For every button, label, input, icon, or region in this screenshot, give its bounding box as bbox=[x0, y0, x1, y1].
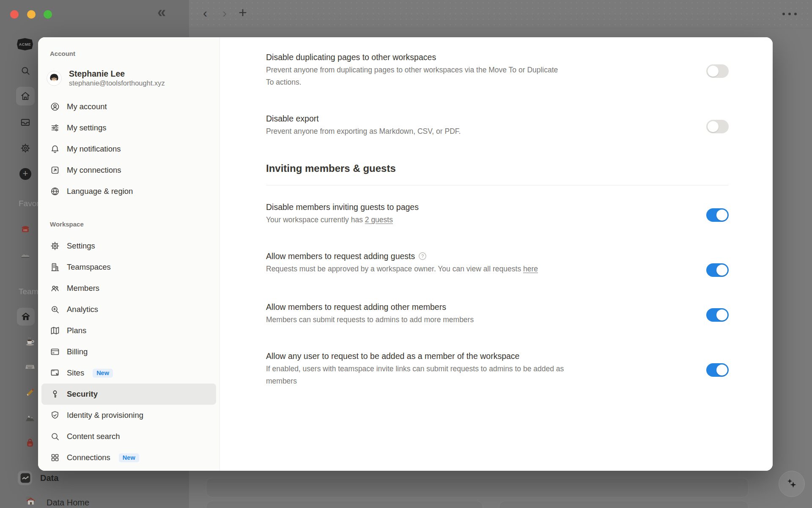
sidebar-item-label: Plans bbox=[67, 326, 86, 335]
sidebar-item-my-account[interactable]: My account bbox=[41, 96, 216, 117]
setting-title: Allow members to request adding guests? bbox=[266, 251, 538, 262]
setting-title: Allow members to request adding other me… bbox=[266, 301, 474, 312]
globe-icon bbox=[50, 186, 60, 196]
coffee-emoji-icon[interactable] bbox=[25, 336, 36, 347]
sidebar-item-sites[interactable]: SitesNew bbox=[41, 362, 216, 384]
account-profile-row[interactable]: Stephanie Lee stephanie@toolsforthought.… bbox=[41, 65, 216, 92]
setting-description: Prevent anyone from duplicating pages to… bbox=[266, 64, 564, 88]
pencil-emoji-icon[interactable] bbox=[25, 387, 36, 398]
sidebar-item-my-connections[interactable]: My connections bbox=[41, 160, 216, 181]
setting-description: Requests must be approved by a workspace… bbox=[266, 263, 538, 275]
setting-description: Prevent anyone from exporting as Markdow… bbox=[266, 125, 461, 138]
data-home-icon[interactable] bbox=[24, 494, 36, 507]
sidebar-item-content-search[interactable]: Content search bbox=[41, 426, 216, 447]
setting-row: Disable exportPrevent anyone from export… bbox=[266, 113, 729, 138]
card-icon bbox=[50, 347, 60, 357]
setting-title: Disable export bbox=[266, 113, 461, 124]
toggle-on[interactable] bbox=[706, 363, 729, 377]
phone-emoji-icon[interactable] bbox=[20, 223, 31, 234]
toggle-on[interactable] bbox=[706, 208, 729, 222]
toggle-off[interactable] bbox=[706, 120, 729, 133]
sidebar-item-teamspaces[interactable]: Teamspaces bbox=[41, 257, 216, 278]
settings-dialog: Account Stephanie Lee stephanie@toolsfor… bbox=[38, 37, 773, 471]
setting-link[interactable]: 2 guests bbox=[365, 215, 393, 224]
grid-icon bbox=[50, 453, 60, 463]
sidebar-item-label: My notifications bbox=[67, 144, 121, 154]
help-icon[interactable]: ? bbox=[418, 252, 427, 260]
backdrop-box bbox=[206, 501, 483, 508]
toggle-knob bbox=[716, 210, 727, 221]
person-icon bbox=[50, 102, 60, 112]
section-divider bbox=[266, 185, 729, 185]
mountain-emoji-icon[interactable] bbox=[25, 412, 36, 423]
sidebar-item-my-notifications[interactable]: My notifications bbox=[41, 138, 216, 160]
new-page-icon[interactable]: + bbox=[19, 168, 31, 180]
sidebar-item-label: Teamspaces bbox=[67, 262, 111, 272]
bell-icon bbox=[50, 144, 60, 154]
traffic-light-close-button[interactable] bbox=[10, 10, 19, 19]
sidebar-item-label: Security bbox=[67, 389, 98, 399]
zoomplus-icon bbox=[50, 304, 60, 315]
toggle-on[interactable] bbox=[706, 308, 729, 322]
sidebar-item-settings[interactable]: Settings bbox=[41, 235, 216, 257]
sparkles-icon bbox=[785, 477, 799, 491]
setting-row: Disable duplicating pages to other works… bbox=[266, 52, 729, 88]
toggle-knob bbox=[716, 364, 727, 375]
sidebar-item-billing[interactable]: Billing bbox=[41, 341, 216, 362]
sidebar-item-connections[interactable]: ConnectionsNew bbox=[41, 447, 216, 468]
sidebar-item-language-region[interactable]: Language & region bbox=[41, 181, 216, 202]
traffic-light-minimize-button[interactable] bbox=[27, 10, 36, 19]
sidebar-collapse-icon[interactable]: « bbox=[157, 3, 166, 21]
sidebar-item-security[interactable]: Security bbox=[41, 384, 216, 405]
settings-sidebar: Account Stephanie Lee stephanie@toolsfor… bbox=[38, 37, 220, 471]
sidebar-item-identity-provisioning[interactable]: Identity & provisioning bbox=[41, 405, 216, 426]
toggle-knob bbox=[708, 121, 719, 132]
account-name: Stephanie Lee bbox=[69, 69, 165, 79]
sidebar-item-label: My account bbox=[67, 102, 107, 111]
backpack-emoji-icon[interactable] bbox=[25, 438, 36, 449]
gearline-icon bbox=[50, 241, 60, 251]
back-icon[interactable]: ‹ bbox=[203, 6, 207, 20]
backdrop-box bbox=[499, 501, 749, 508]
keyboard-emoji-icon[interactable] bbox=[25, 361, 36, 372]
sidebar-item-label: Connections bbox=[67, 453, 110, 462]
ai-assistant-button[interactable] bbox=[779, 471, 805, 497]
sidebar-item-my-settings[interactable]: My settings bbox=[41, 117, 216, 138]
new-badge: New bbox=[93, 369, 113, 378]
sidebar-item-plans[interactable]: Plans bbox=[41, 320, 216, 341]
toggle-on[interactable] bbox=[706, 263, 729, 277]
app-toolbar-backdrop bbox=[189, 0, 812, 28]
traffic-light-zoom-button[interactable] bbox=[44, 10, 52, 19]
settings-gear-icon[interactable] bbox=[20, 143, 31, 154]
sidebar-item-label: Settings bbox=[67, 241, 95, 251]
avatar bbox=[47, 71, 62, 86]
sidebar-item-members[interactable]: Members bbox=[41, 278, 216, 299]
setting-description: Members can submit requests to admins to… bbox=[266, 314, 474, 326]
sidebar-item-analytics[interactable]: Analytics bbox=[41, 299, 216, 320]
setting-title: Disable duplicating pages to other works… bbox=[266, 52, 564, 63]
house-emoji-icon[interactable] bbox=[20, 311, 31, 322]
setting-row: Allow members to request adding other me… bbox=[266, 301, 729, 326]
key-icon bbox=[50, 389, 60, 399]
sites-icon bbox=[50, 368, 60, 378]
setting-description: Your workspace currently has 2 guests bbox=[266, 214, 419, 226]
more-options-icon[interactable] bbox=[782, 13, 797, 15]
setting-link[interactable]: here bbox=[523, 265, 538, 273]
workspace-logo[interactable]: ACME bbox=[17, 38, 33, 50]
svg-text:?: ? bbox=[421, 254, 424, 259]
new-tab-icon[interactable]: + bbox=[239, 4, 247, 21]
workspace-section-label: Workspace bbox=[50, 221, 216, 228]
sidebar-item-label: Analytics bbox=[67, 305, 98, 314]
sidebar-item-data[interactable]: Data bbox=[40, 473, 58, 483]
toggle-off[interactable] bbox=[706, 64, 729, 78]
inbox-icon[interactable] bbox=[20, 117, 31, 128]
search-icon[interactable] bbox=[20, 65, 31, 76]
sidebar-item-label: My settings bbox=[67, 123, 107, 133]
chart-emoji-icon[interactable] bbox=[20, 472, 31, 483]
backdrop-box bbox=[206, 478, 749, 497]
forward-icon[interactable]: › bbox=[222, 6, 227, 20]
sneaker-emoji-icon[interactable] bbox=[20, 249, 31, 260]
home-icon[interactable] bbox=[20, 91, 31, 102]
security-settings-panel: Disable duplicating pages to other works… bbox=[220, 37, 773, 471]
sidebar-item-data-home[interactable]: Data Home bbox=[47, 498, 89, 508]
